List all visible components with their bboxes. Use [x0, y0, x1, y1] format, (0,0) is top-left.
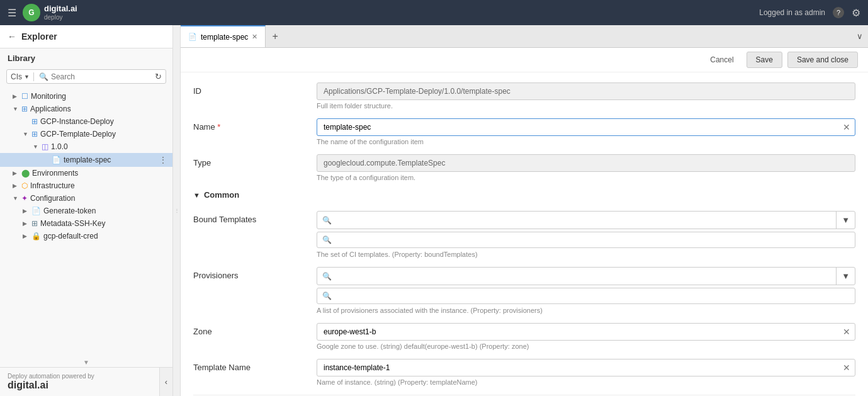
save-button[interactable]: Save: [747, 52, 782, 68]
tab-close-button[interactable]: ✕: [252, 33, 257, 41]
provisioners-field: 🔍 ▼ 🔍 A list of provisioners associated …: [317, 267, 855, 314]
search2-icon: 🔍: [322, 235, 332, 244]
provisioners-input[interactable]: [335, 272, 831, 281]
name-hint: The name of the configuration item: [317, 138, 855, 145]
provisioners-search: 🔍: [317, 269, 836, 284]
search2-prov-icon: 🔍: [322, 291, 332, 300]
help-icon[interactable]: ?: [833, 7, 844, 18]
prov-search-icon: 🔍: [322, 272, 332, 281]
topbar-left: ☰ G digital.ai deploy: [8, 4, 77, 21]
infra-icon: ⬡: [21, 181, 28, 190]
search-icon: 🔍: [39, 72, 48, 81]
bound-templates-arrow[interactable]: ▼: [836, 212, 855, 229]
box-icon: ◫: [42, 142, 48, 151]
logo-icon: G: [23, 4, 40, 21]
bound-templates-hint: The set of CI templates. (Property: boun…: [317, 251, 855, 258]
topbar: ☰ G digital.ai deploy Logged in as admin…: [0, 0, 868, 25]
resize-handle[interactable]: ⋮: [173, 25, 181, 396]
template-name-input-wrapper: ✕: [317, 359, 855, 376]
bound-templates-dropdown[interactable]: 🔍 ▼: [317, 211, 855, 229]
type-field: The type of a configuration item.: [317, 154, 855, 181]
tab-template-spec[interactable]: 📄 template-spec ✕: [181, 25, 266, 47]
form-row-id: ID Full item folder structure.: [193, 82, 855, 110]
name-field: ✕ The name of the configuration item: [317, 118, 855, 145]
tree-arrow-icon: ▶: [23, 208, 29, 214]
type-label: Type: [193, 154, 307, 167]
name-clear-button[interactable]: ✕: [843, 122, 850, 132]
template-name-input[interactable]: [317, 359, 855, 376]
sidebar-item-applications[interactable]: ▼ ⊞ Applications: [0, 103, 172, 115]
tab-bar: 📄 template-spec ✕ + ∨: [181, 25, 868, 48]
tree-arrow-icon: ▶: [13, 183, 19, 189]
template-name-field: ✕ Name of instance. (string) (Property: …: [317, 359, 855, 386]
sidebar-item-gcp-cred[interactable]: ▶ 🔒 gcp-default-cred: [0, 230, 172, 242]
provisioners-search2[interactable]: 🔍: [317, 288, 855, 304]
form-row-type: Type The type of a configuration item.: [193, 154, 855, 181]
sidebar-item-template-spec[interactable]: 📄 template-spec ⋮: [0, 153, 172, 167]
settings-icon[interactable]: ⚙: [852, 7, 860, 19]
provisioners-input2[interactable]: [335, 291, 850, 300]
type-input: [317, 154, 855, 172]
sidebar-item-metadata-ssh[interactable]: ▶ ⊞ Metadata-SSH-Key: [0, 217, 172, 230]
back-button[interactable]: ←: [8, 31, 16, 42]
cls-label: CIs: [11, 72, 22, 81]
bound-templates-field: 🔍 ▼ 🔍 The set of CI templates. (Property…: [317, 211, 855, 258]
tab-label: template-spec: [201, 33, 248, 42]
bound-templates-input2[interactable]: [335, 235, 850, 244]
template-name-clear-button[interactable]: ✕: [843, 363, 850, 373]
collapse-sidebar-button[interactable]: ‹: [159, 368, 172, 396]
id-input: [317, 82, 855, 100]
sidebar-item-environments[interactable]: ▶ ⬤ Environments: [0, 167, 172, 179]
form-row-bound-templates: Bound Templates 🔍 ▼ 🔍 The set of CI temp…: [193, 211, 855, 258]
sidebar-item-label: gcp-default-cred: [43, 232, 98, 240]
cls-dropdown[interactable]: CIs ▼: [11, 72, 34, 81]
sidebar-item-generate-token[interactable]: ▶ 📄 Generate-token: [0, 205, 172, 217]
sidebar-item-label: Applications: [30, 105, 71, 113]
search-input[interactable]: [51, 72, 152, 81]
env-icon: ⬤: [21, 169, 30, 178]
action-bar: Cancel Save Save and close: [181, 48, 868, 72]
tree-arrow-icon: ▶: [13, 170, 19, 176]
tab-add-button[interactable]: +: [266, 31, 284, 42]
sidebar-item-label: Configuration: [30, 194, 75, 203]
name-input[interactable]: [317, 118, 855, 136]
cls-chevron-icon: ▼: [24, 74, 30, 80]
provisioners-dropdown[interactable]: 🔍 ▼: [317, 267, 855, 285]
bound-templates-input[interactable]: [335, 216, 831, 225]
bound-templates-search2[interactable]: 🔍: [317, 232, 855, 248]
sidebar-item-monitoring[interactable]: ▶ ☐ Monitoring: [0, 90, 172, 103]
sidebar-item-infrastructure[interactable]: ▶ ⬡ Infrastructure: [0, 179, 172, 192]
grid-icon: ⊞: [21, 105, 28, 113]
sidebar-item-version[interactable]: ▼ ◫ 1.0.0: [0, 140, 172, 153]
powered-by-text: Deploy automation powered by: [8, 373, 152, 380]
sidebar-item-label: Generate-token: [43, 206, 96, 215]
provisioners-arrow[interactable]: ▼: [836, 268, 855, 285]
scroll-indicator: ▼: [0, 358, 172, 367]
cancel-button[interactable]: Cancel: [702, 52, 741, 67]
refresh-icon[interactable]: ↻: [155, 72, 162, 81]
menu-icon[interactable]: ☰: [8, 7, 16, 19]
sidebar-item-gcp-instance[interactable]: ⊞ GCP-Instance-Deploy: [0, 115, 172, 128]
common-collapse-icon[interactable]: ▼: [193, 191, 200, 199]
tree-arrow-icon: ▼: [23, 131, 29, 137]
zone-clear-button[interactable]: ✕: [843, 327, 850, 337]
bound-templates-label: Bound Templates: [193, 211, 307, 224]
id-hint: Full item folder structure.: [317, 102, 855, 110]
config-icon: ✦: [21, 194, 28, 203]
zone-hint: Google zone to use. (string) default(eur…: [317, 342, 855, 350]
required-indicator: *: [217, 122, 220, 132]
tree-arrow-icon: ▶: [13, 93, 19, 99]
dai-logo: digital.ai: [8, 380, 152, 391]
save-and-close-button[interactable]: Save and close: [787, 52, 858, 68]
item-actions-icon[interactable]: ⋮: [159, 155, 167, 165]
sidebar-footer: Deploy automation powered by digital.ai: [0, 368, 159, 396]
sidebar-item-gcp-template[interactable]: ▼ ⊞ GCP-Template-Deploy: [0, 128, 172, 140]
zone-input[interactable]: [317, 323, 855, 341]
provisioners-label: Provisioners: [193, 267, 307, 280]
tree-arrow-icon: ▼: [13, 195, 19, 201]
tab-expand-button[interactable]: ∨: [852, 31, 868, 41]
main-layout: ← Explorer Library CIs ▼ 🔍 ↻ ▶ ☐ Monitor…: [0, 25, 868, 396]
form-row-name: Name * ✕ The name of the configuration i…: [193, 118, 855, 145]
form-row-provisioners: Provisioners 🔍 ▼ 🔍 A list of provisioner…: [193, 267, 855, 314]
sidebar-item-configuration[interactable]: ▼ ✦ Configuration: [0, 192, 172, 205]
